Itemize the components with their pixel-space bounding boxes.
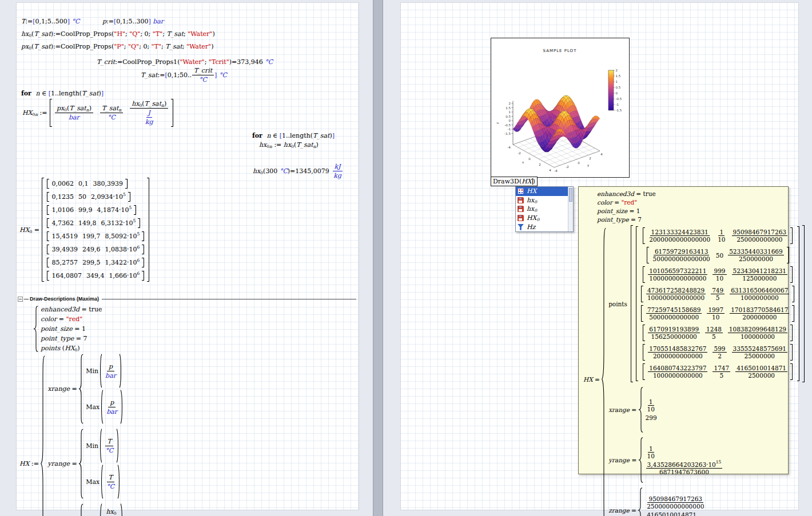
scrollbar-track[interactable] <box>568 187 573 231</box>
right-paren <box>119 354 122 388</box>
math-matrix-bracket: 1705514858327672000000000000599233555248… <box>643 344 793 361</box>
math-token: 2000000000000000 <box>649 236 710 243</box>
math-token: := <box>115 58 122 66</box>
left-page[interactable]: T:=[0,1;5..500] °C p:=[0,1;5..300] bar h… <box>16 2 359 510</box>
math-brace-group: 1103,43528664203263·10156871947673600 <box>639 437 723 483</box>
math-token: Max <box>86 403 99 411</box>
math-token: p <box>102 18 106 25</box>
math-token: kg <box>333 172 341 179</box>
math-token: 0,1;50.. <box>168 71 192 79</box>
collapse-toggle-icon[interactable] <box>18 297 23 302</box>
math-token: 5 <box>719 372 723 379</box>
math-fraction: 41650100148712500000 <box>735 365 787 379</box>
autocomplete-item-hx0[interactable]: hx0 <box>516 205 568 214</box>
unit-icon <box>518 224 524 230</box>
math-token: = <box>630 457 638 463</box>
math-token: 0 <box>114 511 117 516</box>
expr-for-loop-2[interactable]: for n ∈ [1..length(T_sat)] <box>252 132 335 139</box>
math-fraction: 95098467917263250000000000000 <box>646 495 705 510</box>
math-row: T_sat:=[0,1;50..T_crit°C] °C <box>141 67 227 83</box>
autocomplete-item-HX0[interactable]: HX0 <box>516 214 568 223</box>
expr-hxn-definition[interactable]: hx0n := hx0(T_satn) <box>259 141 319 149</box>
math-brace-group: MinpbarMaxpbar <box>79 354 124 424</box>
svg-text:-0.5: -0.5 <box>504 123 511 127</box>
expr-draw-description-block[interactable]: enhanced3d = truecolor = "red"point_size… <box>34 306 102 352</box>
math-token: T <box>107 438 111 445</box>
math-row: 4736172582488291000000000000007495631316… <box>646 287 790 301</box>
math-token: HX <box>65 345 74 352</box>
expr-tcrit-definition[interactable]: T_crit:=CoolProp_Props1("Water"; "Tcrit"… <box>97 58 273 66</box>
expr-for-loop-1[interactable]: for n ∈ [1..length(T_sat)] <box>21 90 104 97</box>
expr-HX-range-definition[interactable]: HX := xrange = MinpbarMaxpbaryrange = Mi… <box>19 354 126 516</box>
math-row: 1,010699,94,1874·105 <box>51 206 132 214</box>
math-token: 0 <box>29 229 32 234</box>
math-row: p:=[0,1;5..300] bar <box>102 18 164 25</box>
svg-text:0: 0 <box>509 119 511 122</box>
math-token: ∈ <box>271 132 280 139</box>
math-column: MinpbarMaxpbar <box>86 354 124 424</box>
math-row: HX = points12313332442383120000000000000… <box>583 225 805 516</box>
page-separator <box>373 0 383 516</box>
math-token: 199,7 <box>82 233 101 240</box>
expr-tsat-definition[interactable]: T_sat:=[0,1;50..T_crit°C] °C <box>141 67 227 83</box>
math-matrix-bracket: 1010565973222111000000000000009991052343… <box>643 266 793 283</box>
math-fraction: pbar <box>105 399 119 415</box>
autocomplete-dropdown: HXhx0hx0HX0Hz <box>515 186 574 232</box>
math-fraction: 5992 <box>713 345 726 359</box>
math-token: 10 <box>716 275 723 282</box>
draw-descriptions-section: Draw-Descriptions (Maxima) <box>18 295 356 302</box>
expr-hx0-300C-result[interactable]: hx0(300 °C)=1345,0079 kJkg <box>253 163 344 179</box>
math-token: ] <box>101 90 104 97</box>
expr-HX0-matrix-result[interactable]: HX0 = 0,00620,1380,39390,1235502,0934·10… <box>19 178 150 282</box>
right-page[interactable]: SAMPLE PLOT21.510.50-0.5-1-1.5z-4-2024x-… <box>400 2 799 510</box>
expr-HX0-row-definition[interactable]: HX0n := px0(T_satn)barT_satn°Chx0(T_satn… <box>22 99 174 127</box>
math-matrix-bracket: 85,2757299,51,3422·106 <box>47 258 144 267</box>
math-token: n <box>269 144 272 149</box>
math-token: 0 <box>140 103 142 108</box>
math-token: °C <box>106 483 114 490</box>
math-token: = <box>634 190 643 197</box>
math-fraction: 170183770584617200000000 <box>730 306 789 321</box>
tooltip-line-color: color = "red" <box>597 199 785 206</box>
math-token: 149,8 <box>78 219 97 227</box>
math-token: 1000000000 <box>741 294 779 301</box>
scrollbar-thumb[interactable] <box>569 188 572 202</box>
autocomplete-item-Hz[interactable]: Hz <box>516 222 568 231</box>
math-row: zrange = Minhx0kJkgMaxhx0kJkg <box>47 503 125 516</box>
math-token: 10 <box>647 406 655 413</box>
math-token: 1..length <box>282 132 311 139</box>
math-token: HX <box>19 460 29 467</box>
math-token: hx <box>132 100 139 107</box>
math-row: px0(T_sat):=CoolProp_Props("P"; "Q"; 0; … <box>21 43 213 50</box>
math-row: 0,00620,1380,3939 <box>51 180 123 187</box>
math-fraction: 1640807432237971000000000000 <box>648 365 707 379</box>
svg-text:-2: -2 <box>518 151 520 155</box>
math-row: 6170919193899156250000000124851083820996… <box>647 326 788 340</box>
svg-text:4: 4 <box>600 153 603 156</box>
math-token: "red" <box>621 199 637 206</box>
math-row: px0(T_satn)barT_satn°Chx0(T_satn)Jkg <box>54 100 169 126</box>
expr-T-range-definition[interactable]: T:=[0,1;5..500] °C <box>21 18 79 25</box>
math-token: 0 <box>64 107 67 113</box>
math-fraction: 1705514858327672000000000000 <box>648 345 707 359</box>
math-fraction: 95098467917263250000000000 <box>732 229 788 243</box>
math-brace-group: 110299 <box>639 387 657 433</box>
math-token: T_crit <box>194 67 212 74</box>
autocomplete-item-hx0[interactable]: hx0 <box>516 196 568 205</box>
math-fraction: 52343041218231125000000 <box>732 267 788 282</box>
expr-p-range-definition[interactable]: p:=[0,1;5..300] bar <box>102 18 164 25</box>
math-token: 10 <box>712 314 719 321</box>
math-token: "Q" <box>128 43 139 50</box>
math-row: point_size = 1 <box>597 207 640 214</box>
math-token: 380,3939 <box>93 180 123 187</box>
math-token: "Water" <box>180 58 204 66</box>
math-token: HX <box>583 376 593 383</box>
autocomplete-item-HX[interactable]: HX <box>516 187 568 196</box>
expr-px0-function-def[interactable]: px0(T_sat):=CoolProp_Props("P"; "Q"; 0; … <box>21 43 213 50</box>
plot3d-region[interactable]: SAMPLE PLOT21.510.50-0.5-1-1.5z-4-2024x-… <box>491 38 630 178</box>
math-token: 33555248575691 <box>733 345 787 352</box>
draw3d-formula[interactable]: Draw3D(HX) <box>491 177 538 186</box>
expr-hx0-function-def[interactable]: hx0(T_sat):=CoolProp_Props("H"; "Q"; 0; … <box>21 30 215 38</box>
math-token: 1..length <box>51 90 79 97</box>
math-token: 125000000 <box>742 275 777 282</box>
